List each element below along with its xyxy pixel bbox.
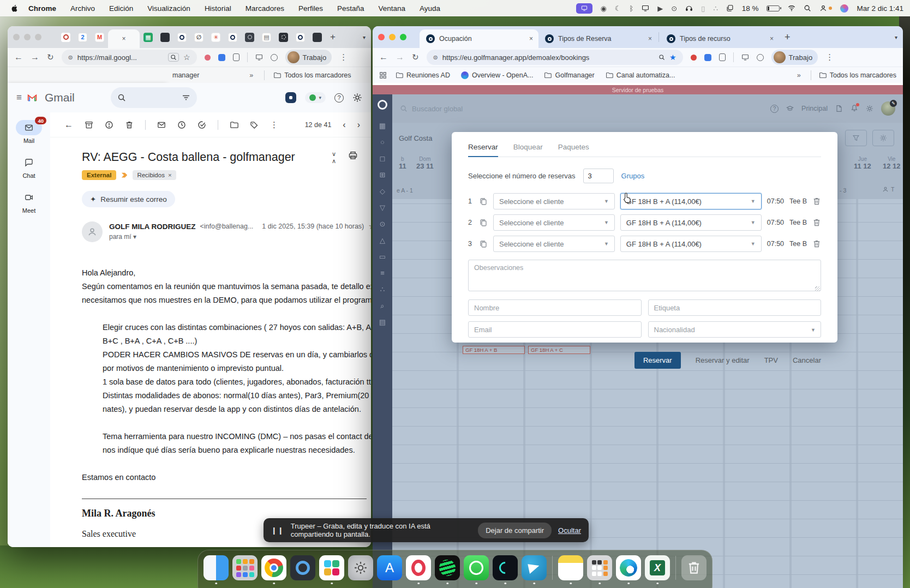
sidebar-rentals-icon[interactable]: ⊙	[380, 220, 386, 227]
day-column-header[interactable]: Vie12 12	[883, 155, 901, 170]
display-icon[interactable]	[642, 4, 649, 12]
duplicate-row-icon[interactable]	[479, 239, 488, 248]
filter-button[interactable]	[845, 130, 867, 146]
remove-label-icon[interactable]: ×	[168, 172, 172, 178]
device-toolbar-icon[interactable]	[255, 53, 263, 61]
reservar-button[interactable]: Reservar	[634, 352, 681, 369]
report-spam-icon[interactable]	[105, 121, 113, 129]
status-chip[interactable]: ▾	[305, 92, 326, 103]
dock-opera[interactable]	[406, 555, 431, 580]
reload-icon[interactable]: ↻	[412, 52, 419, 62]
close-tab-icon[interactable]: ×	[122, 35, 125, 43]
apps-grid-icon[interactable]	[379, 71, 387, 79]
dock-system-settings[interactable]	[348, 555, 373, 580]
observations-textarea[interactable]	[468, 260, 821, 291]
day-column-header[interactable]: Dom23 11	[416, 155, 434, 170]
product-select[interactable]: GF 18H B + A (114,00€)▼	[620, 214, 762, 231]
delete-row-icon[interactable]	[812, 197, 821, 206]
delete-icon[interactable]	[125, 121, 134, 129]
sender-avatar[interactable]	[82, 221, 103, 242]
pinned-tab-navy1[interactable]	[177, 33, 187, 42]
inbox-label[interactable]: Recibidos ×	[133, 170, 176, 180]
recipient-line[interactable]: para mí ▾	[109, 233, 361, 241]
mark-unread-icon[interactable]	[157, 121, 166, 129]
label-icon[interactable]	[250, 121, 259, 129]
sidebar-docs-icon[interactable]: ▤	[379, 319, 386, 326]
close-tab-icon[interactable]: ×	[770, 35, 774, 43]
headphones-icon[interactable]	[685, 4, 693, 12]
dock-quicktime[interactable]	[290, 555, 315, 580]
dock-finder[interactable]	[203, 555, 229, 580]
site-settings-icon[interactable]: ⊜	[433, 54, 438, 61]
dock-trash[interactable]	[681, 555, 707, 580]
device-toolbar-icon[interactable]	[741, 53, 749, 61]
older-email-icon[interactable]: ›	[357, 120, 360, 130]
pinned-tab-sheets[interactable]: ▦	[143, 33, 153, 42]
club-name[interactable]: Golf Costa	[399, 134, 432, 142]
name-field[interactable]	[468, 299, 642, 316]
tab-tipos-de-recurso[interactable]: Tipos de recurso ×	[660, 29, 779, 48]
dock-app-store[interactable]: A	[377, 555, 402, 580]
profile-chip[interactable]: Trabajo	[771, 50, 818, 65]
menu-visualizacion[interactable]: Visualización	[147, 4, 190, 13]
nationality-select[interactable]	[648, 321, 822, 338]
sheet-settings-button[interactable]	[872, 130, 894, 146]
extension-blue-icon[interactable]	[704, 54, 711, 61]
sidebar-sales-icon[interactable]: ◻	[380, 155, 386, 162]
sidebar-school-icon[interactable]: △	[380, 237, 385, 244]
close-window-button[interactable]	[378, 34, 385, 40]
pinned-tab-navy2[interactable]	[228, 33, 237, 42]
help-icon[interactable]: ?	[770, 105, 779, 113]
profile-chip[interactable]: Trabajo	[285, 50, 332, 65]
nav-meet[interactable]: Meet	[16, 190, 42, 214]
help-icon[interactable]: ?	[334, 93, 344, 103]
dock-wave-app[interactable]	[493, 555, 518, 580]
extensions-icon[interactable]	[233, 53, 240, 61]
modal-tab-paquetes[interactable]: Paquetes	[558, 143, 589, 157]
address-bar[interactable]: ⊜ https://eu.golfmanager.app/demoalex/bo…	[427, 50, 683, 65]
close-window-button[interactable]	[13, 34, 20, 40]
menu-marcadores[interactable]: Marcadores	[246, 4, 284, 13]
document-icon[interactable]	[835, 105, 843, 112]
all-bookmarks[interactable]: Todos los marcadores	[819, 71, 896, 79]
dock-slack[interactable]	[319, 555, 344, 580]
media-app-status-icon[interactable]	[840, 4, 848, 13]
hide-bar-link[interactable]: Ocultar	[558, 526, 581, 535]
gmail-search-bar[interactable]	[111, 87, 197, 108]
dock-excel[interactable]: X	[645, 555, 670, 580]
spotlight-search-icon[interactable]	[804, 4, 811, 12]
pinned-tab-gmail[interactable]: M	[95, 33, 104, 42]
add-task-icon[interactable]	[197, 121, 206, 129]
menu-bar-clock[interactable]: Mar 2 dic 1:41	[857, 4, 903, 13]
zoom-window-button[interactable]	[35, 34, 41, 40]
dock-calculator[interactable]	[587, 555, 612, 580]
academy-cap-icon[interactable]	[786, 105, 794, 112]
pinned-tab-navy3[interactable]	[296, 33, 305, 42]
menu-archivo[interactable]: Archivo	[70, 4, 95, 13]
sender-name[interactable]: GOLF MILA RODRIGUEZ	[109, 223, 196, 231]
delete-row-icon[interactable]	[812, 239, 821, 248]
day-column-header[interactable]: Jue11 12	[854, 155, 871, 170]
all-bookmarks[interactable]: Todos los marcadores	[284, 71, 351, 79]
extension-record-icon[interactable]	[205, 55, 211, 61]
pinned-tab-gray1[interactable]: ∅	[194, 33, 203, 42]
browser-menu-icon[interactable]: ⋮	[825, 52, 834, 62]
dock-notes[interactable]	[558, 555, 583, 580]
screen-sharing-indicator[interactable]	[576, 3, 592, 14]
bookmark-star-icon[interactable]: ☆	[183, 53, 190, 62]
back-to-inbox-icon[interactable]: ←	[64, 120, 73, 130]
extension-blue-icon[interactable]	[218, 54, 225, 61]
move-to-icon[interactable]	[230, 121, 238, 129]
star-icon[interactable]: ☆	[368, 221, 371, 231]
print-icon[interactable]	[348, 151, 358, 160]
back-icon[interactable]: ←	[379, 52, 388, 62]
duplicate-row-icon[interactable]	[479, 197, 488, 206]
sidebar-maintenance-icon[interactable]: ▭	[379, 253, 386, 260]
bookmark-overview[interactable]: Overview - OpenA...	[461, 71, 534, 79]
address-bar[interactable]: ⊜ https://mail.googl... ☆	[62, 50, 197, 65]
delete-row-icon[interactable]	[812, 218, 821, 227]
minimize-window-button[interactable]	[389, 34, 396, 40]
bookmarks-overflow-icon[interactable]: »	[797, 71, 801, 79]
product-select[interactable]: GF 18H B + A (114,00€)▼	[620, 236, 762, 252]
reservar-y-editar-button[interactable]: Reservar y editar	[696, 356, 750, 364]
